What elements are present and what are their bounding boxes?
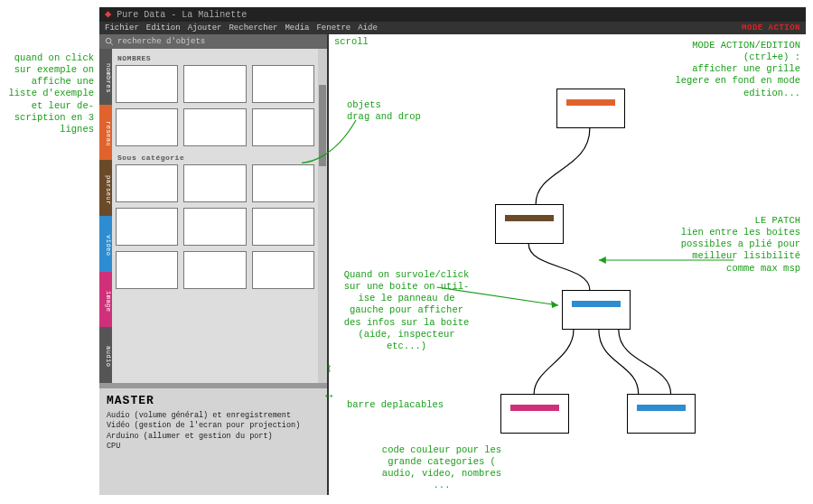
- menu-ajouter[interactable]: Ajouter: [188, 23, 222, 33]
- search-row: recherche d'objets: [99, 34, 327, 49]
- menu-fichier[interactable]: Fichier: [105, 23, 139, 33]
- object-thumb[interactable]: [252, 251, 314, 289]
- object-thumb[interactable]: [116, 208, 178, 246]
- patch-canvas[interactable]: scroll objets drag and drop MODE ACTION/…: [327, 34, 806, 495]
- object-browser: nombres reseau parseur video image audio…: [99, 49, 327, 383]
- left-panel: recherche d'objets nombres reseau parseu…: [99, 34, 327, 495]
- window-title: Pure Data - La Malinette: [117, 10, 247, 20]
- titlebar: ◆ Pure Data - La Malinette: [99, 7, 806, 22]
- master-line: Audio (volume général) et enregistrement: [107, 411, 320, 421]
- annotation-dragdrop: objets drag and drop: [347, 99, 421, 123]
- patch-node[interactable]: [495, 204, 564, 244]
- object-thumb[interactable]: [183, 251, 246, 289]
- object-thumb[interactable]: [252, 208, 314, 246]
- object-thumb[interactable]: [116, 164, 178, 202]
- object-grid-area: NOMBRES Sous catégorie: [112, 49, 318, 383]
- master-title: MASTER: [107, 394, 320, 407]
- mode-badge: MODE ACTION: [742, 23, 800, 33]
- menu-fenetre[interactable]: Fenetre: [316, 23, 350, 33]
- svg-line-1: [110, 42, 113, 45]
- side-tabs: nombres reseau parseur video image audio: [99, 49, 112, 383]
- object-thumb[interactable]: [183, 208, 246, 246]
- annotation-mode: MODE ACTION/EDITION (ctrl+e) : afficher …: [647, 40, 800, 99]
- menubar: Fichier Edition Ajouter Rechercher Media…: [99, 22, 806, 34]
- object-thumb[interactable]: [183, 65, 246, 103]
- object-thumb[interactable]: [252, 108, 314, 146]
- annotation-left: quand on click sur exemple on affiche un…: [0, 52, 94, 135]
- app-window: ◆ Pure Data - La Malinette Fichier Editi…: [99, 7, 806, 495]
- tab-video[interactable]: video: [99, 216, 112, 272]
- tab-image[interactable]: image: [99, 272, 112, 328]
- node-stripe: [572, 301, 621, 307]
- node-stripe: [510, 405, 559, 411]
- svg-marker-3: [599, 257, 606, 264]
- annotation-colors: code couleur pour les grande categories …: [365, 444, 519, 492]
- tab-parseur[interactable]: parseur: [99, 160, 112, 216]
- object-thumb[interactable]: [252, 164, 314, 202]
- annotation-bar: barre deplacables: [347, 399, 444, 411]
- svg-marker-2: [551, 301, 558, 308]
- object-thumb[interactable]: [252, 65, 314, 103]
- patch-node[interactable]: [627, 394, 696, 434]
- master-line: Arduino (allumer et gestion du port): [107, 432, 320, 442]
- tab-reseau[interactable]: reseau: [99, 105, 112, 161]
- annotation-hover: Quand on survole/click sur une boite on …: [334, 269, 479, 352]
- object-thumb[interactable]: [116, 65, 178, 103]
- object-thumb[interactable]: [116, 251, 178, 289]
- menu-rechercher[interactable]: Rechercher: [229, 23, 277, 33]
- object-thumb[interactable]: [183, 108, 246, 146]
- tab-audio[interactable]: audio: [99, 327, 112, 383]
- resize-arrow-h: ↔: [325, 388, 332, 403]
- svg-point-0: [106, 38, 111, 43]
- node-stripe: [637, 405, 686, 411]
- master-line: Vidéo (gestion de l'ecran pour projectio…: [107, 421, 320, 431]
- annotation-scroll: scroll: [334, 36, 369, 48]
- patch-node[interactable]: [500, 394, 569, 434]
- master-line: CPU: [107, 442, 320, 452]
- category-label-1: NOMBRES: [117, 54, 314, 62]
- annotation-patch: LE PATCH lien entre les boites possibles…: [647, 215, 800, 275]
- master-panel: MASTER Audio (volume général) et enregis…: [99, 388, 327, 495]
- object-thumb[interactable]: [116, 108, 178, 146]
- tab-nombres[interactable]: nombres: [99, 49, 112, 105]
- workspace: recherche d'objets nombres reseau parseu…: [99, 34, 806, 495]
- search-input[interactable]: recherche d'objets: [117, 37, 322, 46]
- node-stripe: [566, 99, 615, 106]
- menu-media[interactable]: Media: [285, 23, 309, 33]
- menu-aide[interactable]: Aide: [358, 23, 378, 33]
- resize-arrow-v: ↕: [325, 361, 332, 376]
- object-thumb[interactable]: [183, 164, 246, 202]
- node-stripe: [505, 215, 554, 221]
- search-icon: [105, 37, 114, 46]
- patch-node[interactable]: [556, 89, 625, 128]
- category-label-2: Sous catégorie: [117, 154, 314, 162]
- app-icon: ◆: [105, 9, 111, 20]
- menu-edition[interactable]: Edition: [146, 23, 181, 33]
- scrollbar-thumb[interactable]: [319, 85, 326, 166]
- patch-node[interactable]: [562, 290, 631, 330]
- scrollbar[interactable]: [318, 49, 327, 383]
